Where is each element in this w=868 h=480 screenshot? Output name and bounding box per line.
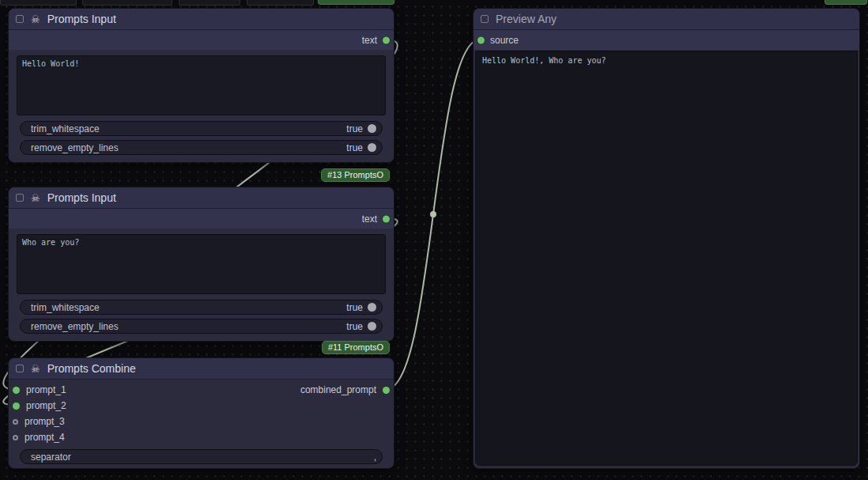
text-widget[interactable]: Hello World!	[17, 55, 386, 115]
input-slot-prompt-1[interactable]	[13, 387, 20, 394]
input-slot-label: prompt_3	[25, 416, 65, 427]
input-slot-prompt-2[interactable]	[13, 403, 20, 410]
node-id-badge: #13 PromptsO	[321, 168, 390, 182]
node-graph-canvas[interactable]: ☠ Prompts Input text Hello World! trim_w…	[0, 0, 868, 480]
widget-value: ,	[374, 452, 376, 463]
skull-icon: ☠	[31, 193, 40, 203]
node-title: Preview Any	[496, 13, 557, 25]
node-header[interactable]: ☠ Prompts Input	[9, 9, 394, 30]
collapse-box[interactable]	[16, 194, 24, 202]
input-slot-label: prompt_2	[26, 400, 66, 411]
widget-label: remove_empty_lines	[31, 142, 119, 153]
widget-value: true	[346, 123, 363, 134]
output-slot-label: combined_prompt	[300, 384, 376, 395]
wire-combined-to-source	[387, 40, 480, 389]
widget-label: trim_whitespace	[31, 302, 100, 313]
node-header[interactable]: Preview Any	[474, 9, 859, 30]
output-row-text: text	[9, 30, 394, 50]
toggle-knob[interactable]	[368, 124, 376, 133]
node-id-badge: #11 PromptsO	[322, 341, 390, 354]
widget-label: separator	[31, 452, 71, 463]
input-slot-label: prompt_1	[26, 384, 66, 395]
input-row-source: source	[474, 30, 859, 50]
node-prompts-input-1[interactable]: ☠ Prompts Input text Hello World! trim_w…	[8, 8, 394, 163]
toggle-knob[interactable]	[368, 303, 376, 312]
collapse-box[interactable]	[16, 15, 24, 23]
slot-row: prompt_3	[9, 414, 394, 429]
input-slot-label: prompt_4	[25, 432, 65, 443]
input-slot-source[interactable]	[477, 36, 485, 43]
slot-row: prompt_4	[9, 429, 394, 445]
widget-label: trim_whitespace	[31, 123, 100, 134]
node-title: Prompts Input	[47, 191, 116, 204]
input-slot-label: source	[490, 35, 519, 46]
collapse-box[interactable]	[481, 15, 489, 23]
output-slot-text[interactable]	[383, 215, 390, 222]
input-slot-prompt-3[interactable]	[13, 419, 18, 425]
preview-text-area[interactable]: Hello World!, Who are you?	[475, 51, 858, 466]
input-slot-prompt-4[interactable]	[13, 435, 18, 440]
offscreen-node-fragment	[0, 0, 77, 6]
widget-trim-whitespace[interactable]: trim_whitespace true	[20, 300, 383, 315]
output-slot-combined-prompt[interactable]	[383, 387, 390, 394]
output-slot-label: text	[362, 214, 377, 225]
node-prompts-input-2[interactable]: ☠ Prompts Input text Who are you? trim_w…	[8, 187, 394, 342]
offscreen-badge-fragment	[825, 0, 867, 5]
output-slot-label: text	[362, 35, 377, 46]
offscreen-node-fragment	[82, 0, 172, 6]
node-preview-any[interactable]: Preview Any source Hello World!, Who are…	[473, 8, 860, 469]
widget-label: remove_empty_lines	[31, 321, 119, 332]
node-title: Prompts Input	[47, 13, 116, 25]
skull-icon: ☠	[31, 14, 40, 25]
text-widget[interactable]: Who are you?	[17, 234, 386, 294]
skull-icon: ☠	[31, 364, 40, 374]
widget-value: true	[346, 321, 363, 332]
widget-value: true	[346, 142, 363, 153]
widget-remove-empty-lines[interactable]: remove_empty_lines true	[20, 140, 383, 155]
widget-value: true	[346, 302, 363, 313]
slot-row: prompt_2	[9, 398, 394, 414]
toggle-knob[interactable]	[368, 322, 376, 331]
widget-separator[interactable]: separator ,	[20, 449, 383, 464]
widget-remove-empty-lines[interactable]: remove_empty_lines true	[20, 319, 383, 334]
offscreen-node-fragment	[247, 0, 314, 6]
slot-row: prompt_1 combined_prompt	[9, 382, 394, 398]
offscreen-node-fragment	[179, 0, 240, 6]
node-header[interactable]: ☠ Prompts Input	[9, 187, 394, 209]
collapse-box[interactable]	[16, 365, 24, 372]
node-header[interactable]: ☠ Prompts Combine	[9, 358, 394, 380]
offscreen-badge-fragment	[318, 0, 394, 5]
node-title: Prompts Combine	[47, 362, 136, 375]
output-row-text: text	[9, 209, 394, 229]
toggle-knob[interactable]	[368, 143, 376, 152]
node-prompts-combine[interactable]: ☠ Prompts Combine prompt_1 combined_prom…	[8, 357, 394, 469]
link-midpoint-dot[interactable]	[430, 211, 436, 217]
widget-trim-whitespace[interactable]: trim_whitespace true	[20, 121, 383, 136]
output-slot-text[interactable]	[383, 36, 390, 43]
